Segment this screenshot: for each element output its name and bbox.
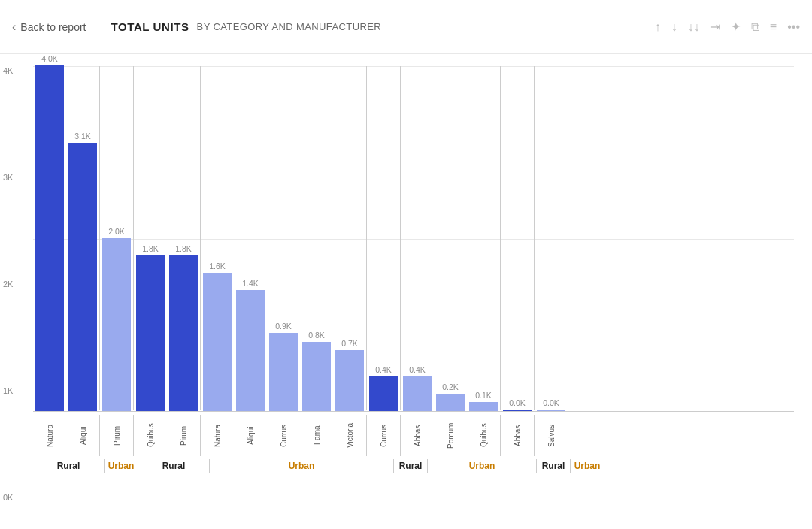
sort-desc-icon[interactable]: ↓ [671, 20, 677, 34]
bar-group-7: 0.0K [535, 398, 568, 411]
x-label-salvus: Salvus [535, 415, 568, 456]
x-label-natura: Natura [33, 415, 66, 456]
chart-title: TOTAL UNITS [111, 20, 189, 33]
back-label: Back to report [20, 21, 86, 33]
bar-group-4: 0.4K [367, 365, 400, 411]
bar-item[interactable]: 0.4K [403, 365, 432, 411]
x-axis: NaturaAliquiPirumQuibusPirumNaturaAliqui… [33, 415, 794, 473]
bar-item[interactable]: 0.4K [369, 365, 398, 411]
x-label-aliqui: Aliqui [234, 415, 267, 456]
bar-rect-quibus [136, 255, 165, 411]
bar-group-5: 0.4K0.2K0.1K [401, 365, 500, 411]
y-label-2k: 2K [3, 280, 13, 289]
y-label-4k: 4K [3, 66, 13, 75]
bar-item[interactable]: 1.8K [136, 244, 165, 411]
x-label-pomum: Pomum [434, 415, 467, 456]
bar-item[interactable]: 1.8K [169, 244, 198, 411]
bar-item[interactable]: 0.9K [269, 322, 298, 411]
group-separator [500, 66, 501, 410]
y-label-1k: 1K [3, 386, 13, 395]
bar-rect-natura [35, 65, 64, 411]
bar-item[interactable]: 0.0K [537, 398, 565, 411]
category-label-rural-2: Rural [138, 461, 209, 471]
bar-rect-quibus [469, 402, 498, 411]
x-label-currus: Currus [367, 415, 400, 456]
back-to-report-button[interactable]: ‹ Back to report [12, 20, 98, 34]
y-label-3k: 3K [3, 173, 13, 182]
bar-group-1: 2.0K [100, 227, 133, 411]
bar-value-label: 0.4K [375, 365, 392, 374]
more-options-icon[interactable]: ••• [787, 20, 800, 34]
x-label-currus: Currus [267, 415, 300, 456]
category-label-rural-6: Rural [537, 461, 570, 471]
bar-rect-pomum [436, 394, 465, 411]
sort-asc-icon[interactable]: ↑ [655, 20, 661, 34]
category-label-rural-0: Rural [33, 461, 104, 471]
x-label-aliqui: Aliqui [66, 415, 99, 456]
bar-rect-abbas [403, 376, 432, 411]
chart-container: 4K 3K 2K 1K 0K 4.0K3.1K2.0 [0, 54, 812, 529]
bar-value-label: 0.1K [475, 391, 492, 400]
header-title-area: TOTAL UNITS BY CATEGORY AND MANUFACTURER [98, 20, 381, 33]
bar-value-label: 0.0K [509, 398, 526, 407]
bar-item[interactable]: 2.0K [102, 227, 131, 411]
bar-item[interactable]: 0.8K [302, 331, 331, 411]
bar-item[interactable]: 0.0K [503, 398, 532, 411]
bar-item[interactable]: 0.1K [469, 391, 498, 411]
sort-double-desc-icon[interactable]: ↓↓ [688, 20, 700, 34]
x-label-pirum: Pirum [167, 415, 200, 456]
group-separator [534, 66, 535, 410]
bar-item[interactable]: 4.0K [35, 54, 64, 411]
expand-icon[interactable]: ⇥ [710, 20, 720, 34]
group-separator [366, 66, 367, 410]
bar-item[interactable]: 0.2K [436, 382, 465, 411]
bar-value-label: 0.0K [543, 398, 559, 407]
bar-value-label: 3.1K [74, 131, 91, 141]
header-left: ‹ Back to report TOTAL UNITS BY CATEGORY… [12, 20, 381, 34]
bar-value-label: 0.7K [341, 339, 358, 348]
category-label-urban-7: Urban [571, 461, 604, 471]
bar-rect-pirum [102, 238, 131, 411]
bar-rect-natura [203, 273, 232, 411]
bar-rect-currus [269, 333, 298, 411]
bar-item[interactable]: 3.1K [68, 131, 97, 411]
bar-value-label: 0.8K [308, 331, 325, 340]
bar-group-3: 1.6K1.4K0.9K0.8K0.7K [201, 261, 366, 411]
bar-rect-abbas [503, 410, 532, 411]
x-label-victoria: Victoria [333, 415, 366, 456]
bar-value-label: 1.6K [209, 261, 226, 271]
bar-value-label: 4.0K [41, 54, 58, 63]
category-label-urban-5: Urban [428, 461, 536, 471]
bar-value-label: 0.4K [409, 365, 426, 374]
bar-item[interactable]: 0.7K [335, 339, 364, 411]
bar-rect-fama [302, 342, 331, 411]
bar-group-0: 4.0K3.1K [33, 54, 99, 411]
bar-group-6: 0.0K [501, 398, 534, 411]
bar-rect-pirum [169, 255, 198, 411]
bar-rect-victoria [335, 350, 364, 411]
bar-value-label: 1.8K [142, 244, 159, 253]
x-label-abbas: Abbas [401, 415, 434, 456]
copy-icon[interactable]: ⧉ [751, 20, 759, 34]
bar-value-label: 0.9K [275, 322, 292, 331]
chevron-left-icon: ‹ [12, 20, 16, 34]
bar-rect-aliqui [68, 143, 97, 411]
bar-item[interactable]: 1.6K [203, 261, 232, 411]
group-separator [400, 66, 401, 410]
filter-icon[interactable]: ≡ [770, 20, 777, 34]
x-label-natura: Natura [201, 415, 234, 456]
bar-rect-salvus [537, 410, 565, 411]
bar-value-label: 2.0K [108, 227, 125, 236]
x-label-quibus: Quibus [134, 415, 167, 456]
category-label-rural-4: Rural [394, 461, 427, 471]
category-label-urban-1: Urban [105, 461, 138, 471]
bar-group-2: 1.8K1.8K [134, 244, 200, 411]
bar-item[interactable]: 1.4K [236, 279, 265, 411]
pin-icon[interactable]: ✦ [731, 20, 741, 34]
x-label-pirum: Pirum [100, 415, 133, 456]
app-container: ‹ Back to report TOTAL UNITS BY CATEGORY… [0, 0, 812, 529]
header: ‹ Back to report TOTAL UNITS BY CATEGORY… [0, 0, 812, 54]
bar-value-label: 0.2K [442, 382, 459, 391]
chart-subtitle: BY CATEGORY AND MANUFACTURER [197, 21, 381, 32]
y-axis: 4K 3K 2K 1K 0K [3, 66, 13, 502]
